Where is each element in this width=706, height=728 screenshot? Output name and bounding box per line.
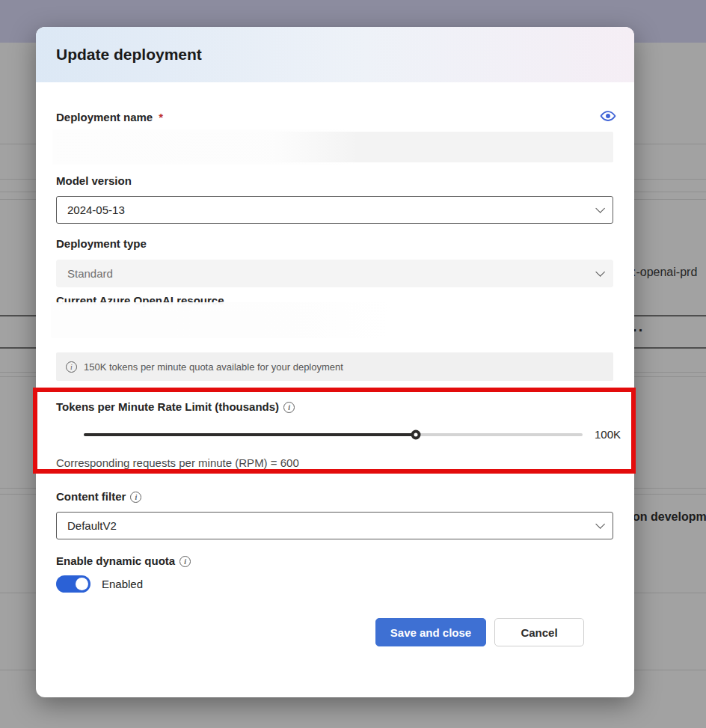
info-icon[interactable] xyxy=(283,402,295,413)
deployment-type-label: Deployment type xyxy=(56,236,147,251)
rate-limit-value: 100K xyxy=(595,428,621,441)
toggle-knob xyxy=(76,578,88,590)
tpm-slider-fill xyxy=(84,433,416,436)
resource-redaction-blur xyxy=(51,302,391,338)
deployment-name-label: Deployment name* xyxy=(56,110,163,125)
dialog-title: Update deployment xyxy=(56,27,202,82)
info-icon[interactable] xyxy=(179,556,191,567)
page-background: :-openai-prd ·· on developm Update deplo… xyxy=(0,0,706,728)
backdrop-more-menu-icon: ·· xyxy=(633,322,644,339)
quota-info-banner: 150K tokens per minute quota available f… xyxy=(56,352,613,381)
rate-limit-label: Tokens per Minute Rate Limit (thousands) xyxy=(56,400,295,415)
rpm-text: Corresponding requests per minute (RPM) … xyxy=(56,456,299,469)
content-filter-dropdown[interactable]: DefaultV2 xyxy=(56,512,613,539)
update-deployment-dialog: Update deployment Deployment name* Model… xyxy=(36,27,634,697)
info-icon[interactable] xyxy=(130,492,141,503)
dynamic-quota-toggle[interactable] xyxy=(56,575,90,593)
eye-icon xyxy=(600,115,616,126)
model-version-label: Model version xyxy=(56,174,132,189)
chevron-down-icon xyxy=(595,267,605,277)
tpm-slider-thumb[interactable] xyxy=(411,430,420,440)
dialog-header: Update deployment xyxy=(36,27,634,82)
backdrop-resource-name: :-openai-prd xyxy=(633,266,697,279)
model-version-value: 2024-05-13 xyxy=(67,204,595,216)
cancel-button[interactable]: Cancel xyxy=(494,618,584,646)
chevron-down-icon xyxy=(595,519,605,529)
info-icon xyxy=(66,361,77,373)
model-version-dropdown[interactable]: 2024-05-13 xyxy=(56,196,613,224)
name-redaction-blur xyxy=(52,129,359,165)
required-asterisk: * xyxy=(159,110,163,125)
chevron-down-icon xyxy=(595,204,605,213)
dynamic-quota-label: Enable dynamic quota xyxy=(56,554,191,569)
content-filter-label: Content filter xyxy=(56,489,141,504)
rate-limit-slider xyxy=(84,426,583,443)
content-filter-value: DefaultV2 xyxy=(67,519,595,532)
save-and-close-button[interactable]: Save and close xyxy=(375,618,486,646)
reveal-name-button[interactable] xyxy=(598,108,618,126)
dynamic-quota-state: Enabled xyxy=(102,578,143,590)
deployment-type-value: Standard xyxy=(67,267,595,280)
deployment-type-dropdown: Standard xyxy=(56,260,613,287)
backdrop-development-text: on developm xyxy=(633,510,706,524)
quota-info-text: 150K tokens per minute quota available f… xyxy=(84,361,343,373)
